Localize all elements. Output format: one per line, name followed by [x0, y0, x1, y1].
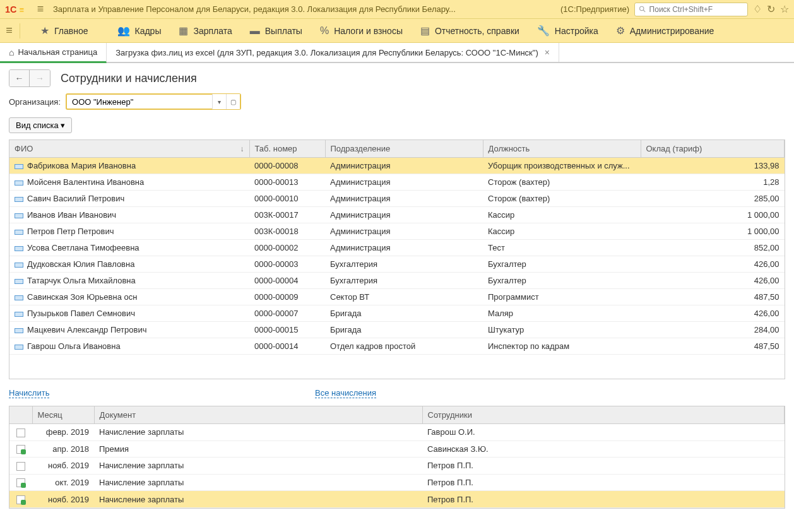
employee-icon	[15, 263, 23, 268]
employee-icon	[15, 312, 23, 317]
close-icon[interactable]: ×	[545, 47, 550, 57]
page-title: Сотрудники и начисления	[61, 72, 197, 85]
org-dropdown-button[interactable]: ▾	[212, 94, 226, 109]
cell-fio: Савич Василий Петрович	[9, 191, 249, 207]
menu-admin[interactable]: ⚙Администрирование	[616, 25, 714, 37]
bcol-emp[interactable]: Сотрудники	[422, 406, 785, 424]
cell-salary: 284,00	[641, 322, 785, 338]
cell-tabno: 0000-00002	[249, 240, 325, 256]
cell-month: окт. 2019	[32, 474, 94, 491]
table-row[interactable]: нояб. 2019Начисление зарплатыПетров П.П.	[9, 491, 785, 508]
star-icon[interactable]: ☆	[780, 3, 789, 15]
sort-asc-icon: ↓	[240, 145, 244, 153]
tab-import-label: Загрузка физ.лиц из excel (для ЗУП, реда…	[116, 48, 538, 57]
cell-fio: Иванов Иван Иванович	[9, 207, 249, 223]
org-open-button[interactable]: ▢	[226, 94, 240, 109]
cell-fio: Мойсеня Валентина Ивановна	[9, 174, 249, 191]
table-row[interactable]: Савинская Зоя Юрьевна осн0000-00009Секто…	[9, 289, 785, 305]
cell-pos: Программист	[483, 289, 641, 305]
svg-text:≡: ≡	[20, 5, 24, 14]
table-row[interactable]: Мойсеня Валентина Ивановна0000-00013Адми…	[9, 174, 785, 191]
bcol-month[interactable]: Месяц	[32, 406, 94, 424]
tab-import[interactable]: Загрузка физ.лиц из excel (для ЗУП, реда…	[107, 43, 559, 62]
main-menu: ≡ ★Главное 👥Кадры ▦Зарплата ▬Выплаты %На…	[0, 19, 794, 43]
menu-payments[interactable]: ▬Выплаты	[250, 25, 302, 37]
cell-fio: Савинская Зоя Юрьевна осн	[9, 289, 249, 305]
cell-emp: Петров П.П.	[422, 474, 785, 491]
menu-reports-label: Отчетность, справки	[435, 26, 519, 36]
table-row[interactable]: Гаврош Ольга Ивановна0000-00014Отдел кад…	[9, 338, 785, 355]
tab-home[interactable]: ⌂ Начальная страница	[0, 43, 107, 63]
cell-tabno: 0000-00003	[249, 256, 325, 273]
cell-pos: Тест	[483, 240, 641, 256]
col-dept[interactable]: Подразделение	[325, 140, 483, 158]
table-row[interactable]: Петров Петр Петрович003К-00018Администра…	[9, 223, 785, 240]
cell-status	[9, 491, 32, 508]
cell-dept: Администрация	[325, 223, 483, 240]
bcol-icon-header[interactable]	[9, 406, 32, 424]
view-type-button[interactable]: Вид списка ▾	[9, 117, 72, 133]
cell-dept: Администрация	[325, 191, 483, 207]
cell-doc: Премия	[94, 440, 422, 458]
all-accruals-link[interactable]: Все начисления	[315, 388, 376, 398]
history-icon[interactable]: ↻	[767, 3, 775, 15]
org-input[interactable]	[67, 97, 212, 107]
cell-dept: Сектор ВТ	[325, 289, 483, 305]
cell-pos: Бухгалтер	[483, 256, 641, 273]
bcol-doc[interactable]: Документ	[94, 406, 422, 424]
cell-emp: Гаврош О.И.	[422, 424, 785, 441]
nav-forward-button[interactable]: →	[30, 70, 50, 86]
star-filled-icon: ★	[40, 25, 49, 37]
menu-taxes[interactable]: %Налоги и взносы	[320, 25, 403, 37]
table-row[interactable]: Мацкевич Александр Петрович0000-00015Бри…	[9, 322, 785, 338]
employee-icon	[15, 246, 23, 251]
col-salary[interactable]: Оклад (тариф)	[641, 140, 785, 158]
col-tabno[interactable]: Таб. номер	[249, 140, 325, 158]
document-status-icon	[16, 462, 25, 471]
cell-pos: Сторож (вахтер)	[483, 174, 641, 191]
col-fio[interactable]: ФИО↓	[9, 140, 249, 158]
document-status-icon	[16, 445, 25, 454]
cell-status	[9, 440, 32, 458]
menu-personnel[interactable]: 👥Кадры	[117, 25, 162, 37]
app-mode: (1С:Предприятие)	[560, 4, 629, 14]
cell-tabno: 0000-00007	[249, 305, 325, 322]
cell-dept: Администрация	[325, 207, 483, 223]
cell-dept: Администрация	[325, 240, 483, 256]
table-row[interactable]: окт. 2019Начисление зарплатыПетров П.П.	[9, 474, 785, 491]
menu-main[interactable]: ★Главное	[40, 25, 100, 37]
bell-icon[interactable]: ♢	[753, 3, 762, 15]
cell-salary: 487,50	[641, 289, 785, 305]
cell-doc: Начисление зарплаты	[94, 474, 422, 491]
table-row[interactable]: Татарчук Ольга Михайловна0000-00004Бухга…	[9, 273, 785, 289]
table-row[interactable]: Иванов Иван Иванович003К-00017Администра…	[9, 207, 785, 223]
col-pos[interactable]: Должность	[483, 140, 641, 158]
search-input[interactable]	[649, 5, 744, 14]
cell-salary: 1,28	[641, 174, 785, 191]
nav-back-button[interactable]: ←	[9, 70, 30, 86]
employee-icon	[15, 230, 23, 235]
table-row[interactable]: нояб. 2019Начисление зарплатыПетров П.П.	[9, 458, 785, 475]
table-row[interactable]: февр. 2019Начисление зарплатыГаврош О.И.	[9, 424, 785, 441]
cell-month: апр. 2018	[32, 440, 94, 458]
document-status-icon	[16, 495, 25, 504]
menu-personnel-label: Кадры	[135, 26, 162, 36]
table-row[interactable]: Фабрикова Мария Ивановна0000-00008Админи…	[9, 158, 785, 174]
table-row[interactable]: Дудковская Юлия Павловна0000-00003Бухгал…	[9, 256, 785, 273]
menu-settings[interactable]: 🔧Настройка	[537, 25, 598, 37]
table-row[interactable]: Пузырьков Павел Семнович0000-00007Бригад…	[9, 305, 785, 322]
sections-menu-icon[interactable]: ≡	[5, 23, 20, 38]
org-select[interactable]: ▾ ▢	[66, 93, 241, 110]
svg-line-3	[643, 9, 645, 11]
menu-salary[interactable]: ▦Зарплата	[179, 25, 232, 37]
table-row[interactable]: Савич Василий Петрович0000-00010Админист…	[9, 191, 785, 207]
table-row[interactable]: апр. 2018ПремияСавинская З.Ю.	[9, 440, 785, 458]
cell-doc: Начисление зарплаты	[94, 458, 422, 475]
global-search[interactable]	[634, 3, 748, 16]
table-row[interactable]: Усова Светлана Тимофеевна0000-00002Админ…	[9, 240, 785, 256]
org-label: Организация:	[9, 97, 61, 107]
accrue-link[interactable]: Начислить	[9, 388, 49, 398]
percent-icon: %	[320, 25, 329, 37]
hamburger-icon[interactable]: ≡	[33, 2, 48, 17]
menu-reports[interactable]: ▤Отчетность, справки	[420, 25, 519, 37]
